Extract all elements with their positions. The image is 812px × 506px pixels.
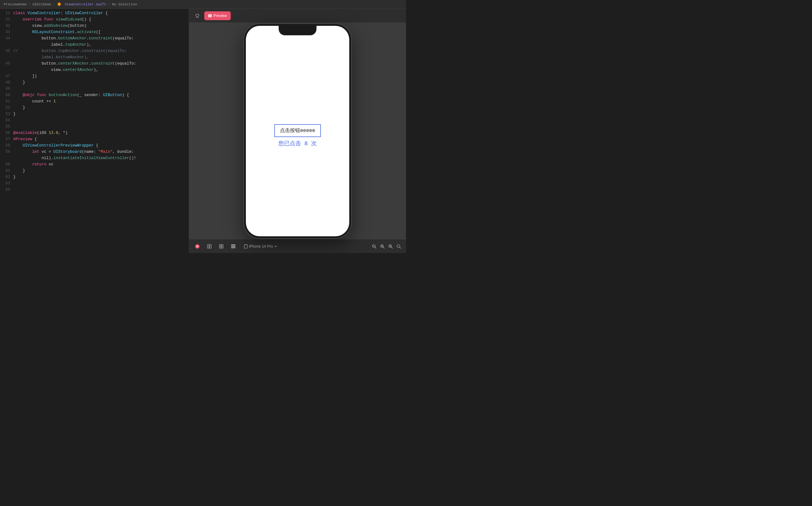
code-line: 59 let vc = UIStoryboard(name: "Main", b… bbox=[0, 149, 189, 155]
code-line: 45// button.topAnchor.constraint(equalTo… bbox=[0, 48, 189, 54]
code-line: 43 NSLayoutConstraint.activate([ bbox=[0, 29, 189, 35]
plain-token bbox=[13, 162, 32, 167]
plain-token: ()! bbox=[129, 156, 137, 160]
preview-panel: Preview 点击按钮eeeee 您已点击 8 次 bbox=[189, 9, 406, 253]
code-line: 60 return vc bbox=[0, 161, 189, 168]
code-line: 58 UIViewControllerPreviewWrapper { bbox=[0, 143, 189, 149]
inspector-button[interactable] bbox=[205, 242, 214, 251]
zoom-actual-button[interactable] bbox=[395, 243, 402, 250]
kw-token: class bbox=[13, 11, 27, 15]
comment-token: label.bottomAnchor), bbox=[13, 55, 89, 60]
app-button[interactable]: 点击按钮eeeee bbox=[274, 124, 321, 137]
method-token: centerXAnchor bbox=[63, 68, 94, 72]
line-content: UIViewControllerPreviewWrapper { bbox=[13, 143, 98, 149]
iphone-frame: 点击按钮eeeee 您已点击 8 次 bbox=[244, 24, 351, 238]
code-line: nil).instantiateInitialViewController()! bbox=[0, 155, 189, 161]
line-content: } bbox=[13, 79, 25, 86]
line-number: 58 bbox=[0, 143, 13, 149]
breadcrumb-project[interactable]: PreviewDemo bbox=[4, 3, 27, 6]
code-line: 48 } bbox=[0, 79, 189, 86]
plain-token: ), bbox=[94, 68, 98, 72]
plain-token bbox=[13, 150, 32, 154]
line-content: label.topAnchor), bbox=[13, 41, 91, 48]
line-number: 11 bbox=[0, 10, 13, 16]
plain-token bbox=[13, 143, 23, 148]
comment-token: // button.topAnchor.constraint(equalTo: bbox=[13, 49, 127, 53]
iphone-screen-content: 点击按钮eeeee 您已点击 8 次 bbox=[246, 35, 349, 236]
app-label: 您已点击 8 次 bbox=[278, 140, 317, 147]
grid-button[interactable] bbox=[217, 242, 226, 251]
plain-token: } bbox=[13, 175, 16, 179]
plain-token: { bbox=[35, 137, 37, 142]
plain-token: ), bbox=[87, 43, 91, 47]
svg-rect-8 bbox=[231, 245, 236, 245]
zoom-in-button[interactable] bbox=[387, 243, 394, 250]
preview-btn-icon bbox=[208, 14, 212, 17]
code-line: 31 override func viewDidLoad() { bbox=[0, 16, 189, 23]
settings-button[interactable] bbox=[229, 242, 238, 251]
plain-token: (button) bbox=[68, 24, 87, 28]
code-line: 51 count += 1 bbox=[0, 98, 189, 105]
line-number: 52 bbox=[0, 105, 13, 111]
inspector-icon bbox=[207, 244, 212, 249]
line-content: #Preview { bbox=[13, 136, 37, 143]
line-content: count += 1 bbox=[13, 98, 56, 105]
kw2-token: @objc bbox=[23, 93, 37, 97]
line-number: 45 bbox=[0, 48, 13, 54]
code-line: 54 bbox=[0, 117, 189, 123]
plain-token: } bbox=[13, 112, 16, 116]
num-token: 13.0 bbox=[49, 131, 58, 135]
line-number: 63 bbox=[0, 180, 13, 186]
plain-token: , bundle: bbox=[112, 150, 134, 154]
breadcrumb-selection: No Selection bbox=[112, 3, 137, 6]
kw-token: return bbox=[32, 162, 49, 167]
line-content: // button.topAnchor.constraint(equalTo: bbox=[13, 48, 127, 54]
line-number: 64 bbox=[0, 186, 13, 193]
svg-rect-4 bbox=[219, 245, 221, 246]
kw-token: override bbox=[23, 17, 44, 22]
main-content: 11class ViewController: UIViewController… bbox=[0, 9, 406, 253]
zoom-out-button[interactable] bbox=[371, 243, 378, 250]
svg-rect-9 bbox=[231, 246, 236, 247]
svg-rect-2 bbox=[208, 245, 209, 248]
line-number: 43 bbox=[0, 29, 13, 35]
zoom-controls bbox=[371, 243, 402, 250]
pin-button[interactable] bbox=[193, 11, 202, 20]
line-content: @available(iOS 13.0, *) bbox=[13, 130, 68, 136]
breadcrumb-group[interactable]: UIKitDemo bbox=[32, 3, 51, 6]
plain-token: : bbox=[61, 11, 65, 15]
play-icon bbox=[195, 244, 200, 249]
plain-token: count += bbox=[13, 99, 54, 104]
line-content: button.bottomAnchor.constraint(equalTo: bbox=[13, 35, 136, 41]
line-number: 62 bbox=[0, 174, 13, 180]
code-line: 11class ViewController: UIViewController… bbox=[0, 10, 189, 16]
zoom-fit-button[interactable] bbox=[379, 243, 386, 250]
method-token: topAnchor bbox=[65, 43, 87, 47]
line-number: 57 bbox=[0, 136, 13, 143]
method-token: viewDidLoad bbox=[56, 17, 82, 22]
plain-token: (equalTo: bbox=[112, 36, 134, 40]
preview-button[interactable]: Preview bbox=[204, 11, 231, 20]
method-token: centerXAnchor bbox=[58, 62, 89, 66]
line-content: button.centerXAnchor.constraint(equalTo: bbox=[13, 61, 136, 67]
preview-bottom-bar: iPhone 14 Pro bbox=[189, 239, 406, 253]
breadcrumb-bar: PreviewDemo › UIKitDemo › 🔶 ViewControll… bbox=[0, 0, 406, 9]
line-number: 53 bbox=[0, 111, 13, 117]
iphone-screen: 点击按钮eeeee 您已点击 8 次 bbox=[246, 26, 349, 236]
method-token: constraint bbox=[89, 36, 112, 40]
play-button[interactable] bbox=[193, 242, 202, 251]
plain-token: (_ sender: bbox=[77, 93, 103, 97]
device-selector[interactable]: iPhone 14 Pro bbox=[241, 243, 280, 250]
line-number: 44 bbox=[0, 35, 13, 41]
svg-line-25 bbox=[400, 247, 401, 248]
plain-token: . bbox=[75, 30, 77, 34]
code-line: 52 } bbox=[0, 105, 189, 111]
line-number: 60 bbox=[0, 161, 13, 168]
num-token: 1 bbox=[54, 99, 56, 104]
code-line: 61 } bbox=[0, 168, 189, 174]
bottom-left-controls: iPhone 14 Pro bbox=[193, 242, 280, 251]
code-line: label.bottomAnchor), bbox=[0, 54, 189, 61]
breadcrumb-file[interactable]: 🔶 ViewController.swift bbox=[57, 2, 106, 6]
line-number: 46 bbox=[0, 61, 13, 67]
type-token: NSLayoutConstraint bbox=[32, 30, 75, 34]
